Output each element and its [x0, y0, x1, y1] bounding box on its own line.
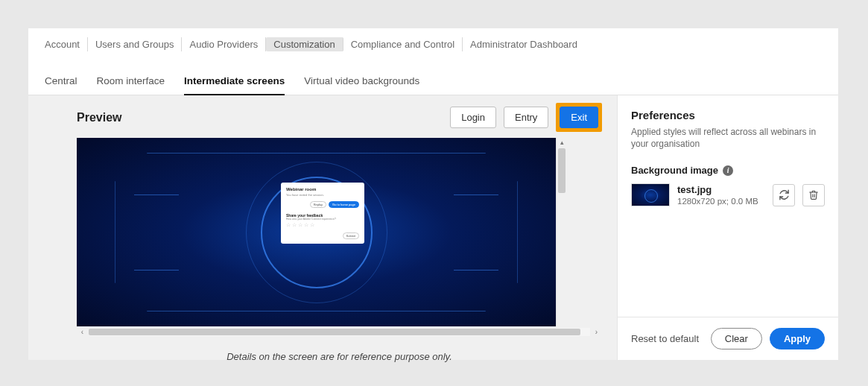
preview-stage-wrap: Webinar room You have exited the session… — [77, 138, 602, 338]
gohome-mini-button: Go to home page — [329, 201, 359, 208]
scroll-left-icon[interactable]: ‹ — [77, 328, 88, 336]
preferences-panel: Preferences Applied styles will reflect … — [617, 95, 838, 360]
screen-selector: Login Entry Exit — [450, 103, 602, 132]
exit-dialog: Webinar room You have exited the session… — [281, 183, 364, 244]
background-file-row: test.jpg 1280x720 px; 0.0 MB — [631, 183, 825, 206]
trash-icon — [808, 189, 819, 200]
submit-mini-button: Submit — [343, 232, 359, 239]
horizontal-scroll-thumb[interactable] — [89, 329, 580, 335]
topnav-account[interactable]: Account — [45, 37, 88, 51]
background-image-label: Background image — [631, 165, 718, 176]
file-dimensions: 1280x720 px; 0.0 MB — [677, 197, 765, 206]
exit-button[interactable]: Exit — [560, 107, 598, 128]
vertical-scrollbar[interactable]: ▴ — [556, 138, 567, 326]
horizontal-scrollbar[interactable]: ‹ › — [77, 326, 602, 338]
preview-title: Preview — [77, 111, 121, 124]
top-nav: Account Users and Groups Audio Providers… — [28, 28, 838, 57]
preferences-footer: Reset to default Clear Apply — [618, 317, 838, 360]
dialog-subtext: You have exited the session. — [286, 193, 359, 197]
preferences-title: Preferences — [631, 109, 825, 121]
file-name: test.jpg — [677, 184, 765, 195]
tab-virtual-video-backgrounds[interactable]: Virtual video backgrounds — [304, 75, 419, 95]
preferences-desc: Applied styles will reflect across all w… — [631, 126, 825, 150]
background-thumbnail — [631, 183, 670, 206]
clear-button[interactable]: Clear — [711, 328, 762, 349]
rating-stars: ☆☆☆☆☆ — [286, 222, 359, 228]
feedback-sub: How was your Adobe Connect experience? — [286, 218, 359, 221]
dialog-heading: Webinar room — [286, 187, 359, 192]
tab-room-interface[interactable]: Room interface — [97, 75, 165, 95]
topnav-users-groups[interactable]: Users and Groups — [88, 37, 183, 51]
app-window: Account Users and Groups Audio Providers… — [28, 28, 838, 360]
topnav-compliance[interactable]: Compliance and Control — [343, 37, 463, 51]
scroll-up-icon[interactable]: ▴ — [557, 138, 567, 147]
preview-panel: Preview Login Entry Exit — [28, 95, 617, 360]
content-area: Preview Login Entry Exit — [28, 95, 838, 360]
topnav-audio-providers[interactable]: Audio Providers — [182, 37, 266, 51]
apply-button[interactable]: Apply — [770, 328, 825, 349]
entry-button[interactable]: Entry — [504, 107, 548, 128]
tab-intermediate-screens[interactable]: Intermediate screens — [184, 75, 285, 95]
replay-mini-button: Replay — [310, 201, 326, 208]
highlight-box: Exit — [556, 103, 602, 132]
topnav-admin-dashboard[interactable]: Administrator Dashboard — [463, 37, 585, 51]
replace-image-button[interactable] — [773, 184, 795, 206]
tab-central[interactable]: Central — [45, 75, 77, 95]
scroll-right-icon[interactable]: › — [591, 328, 602, 336]
delete-image-button[interactable] — [802, 184, 825, 206]
reset-to-default-link[interactable]: Reset to default — [631, 333, 699, 344]
vertical-scroll-thumb[interactable] — [558, 148, 566, 193]
sub-tabs: Central Room interface Intermediate scre… — [28, 57, 838, 95]
preview-stage: Webinar room You have exited the session… — [77, 138, 556, 326]
login-button[interactable]: Login — [450, 107, 496, 128]
info-icon[interactable]: i — [723, 165, 733, 176]
refresh-icon — [779, 189, 790, 200]
preview-footnote: Details on the screen are for reference … — [77, 351, 602, 362]
topnav-customization[interactable]: Customization — [266, 37, 343, 51]
